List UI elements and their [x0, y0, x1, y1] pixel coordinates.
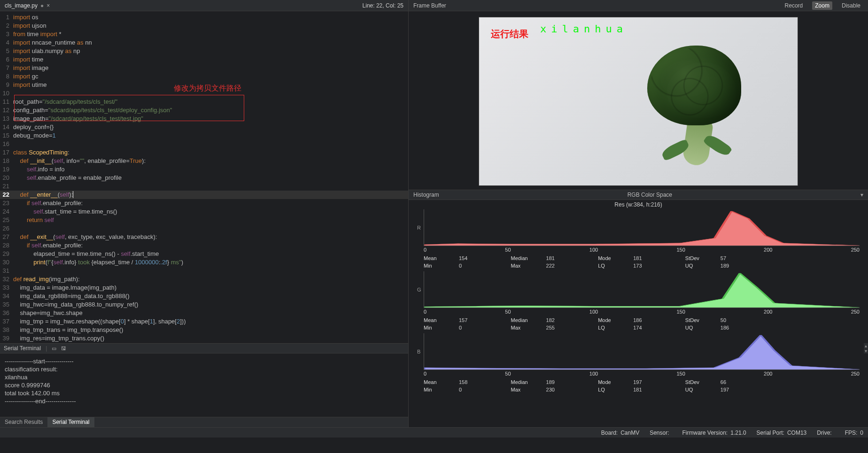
code-line[interactable]: 39 img_res=img_tmp_trans.copy(): [0, 334, 408, 343]
status-drive[interactable]: Drive:: [817, 430, 834, 436]
code-line[interactable]: 15debug_mode=1: [0, 131, 408, 140]
code-line[interactable]: 24 self.start_time = time.time_ns(): [0, 207, 408, 216]
resolution-label: Res (w:384, h:216): [409, 200, 868, 209]
code-line[interactable]: 33 img_data = image.Image(img_path): [0, 284, 408, 292]
status-bar: Board:CanMV Sensor: Firmware Version:1.2…: [0, 427, 868, 438]
code-line[interactable]: 29 elapsed_time = time.time_ns() - self.…: [0, 250, 408, 258]
code-line[interactable]: 31: [0, 267, 408, 275]
code-line[interactable]: 27 def __exit__(self, exc_type, exc_valu…: [0, 233, 408, 241]
status-fps: FPS:0: [845, 430, 863, 436]
overlay-class-label: xilanhua: [540, 23, 628, 35]
dropdown-icon[interactable]: ▾: [860, 192, 863, 198]
tab-serial-terminal[interactable]: Serial Terminal: [47, 417, 94, 427]
tab-search-results[interactable]: Search Results: [0, 417, 47, 427]
code-line[interactable]: 2import ujson: [0, 22, 408, 30]
code-line[interactable]: 35 img_hwc=img_data_rgb888.to_numpy_ref(…: [0, 300, 408, 309]
code-line[interactable]: 37 img_tmp = img_hwc.reshape((shape[0] *…: [0, 317, 408, 326]
bottom-tab-bar: Search Results Serial Terminal: [0, 417, 408, 427]
histogram-title: Histogram: [413, 192, 439, 198]
code-line[interactable]: 17class ScopedTiming:: [0, 148, 408, 157]
code-line[interactable]: 26: [0, 224, 408, 233]
status-serial-port[interactable]: Serial Port:COM13: [757, 430, 807, 436]
code-line[interactable]: 7import image: [0, 64, 408, 72]
code-line[interactable]: 13image_path="/sdcard/app/tests/cls_test…: [0, 115, 408, 123]
code-line[interactable]: 11root_path="/sdcard/app/tests/cls_test/…: [0, 98, 408, 106]
modified-dot-icon: ●: [40, 2, 44, 9]
divider: |: [46, 345, 47, 352]
code-line[interactable]: 1import os: [0, 13, 408, 22]
code-editor[interactable]: 修改为拷贝文件路径 1import os2import ujson3from t…: [0, 11, 408, 343]
code-line[interactable]: 25 return self: [0, 216, 408, 224]
frame-buffer-header: Frame Buffer Record Zoom Disable: [409, 0, 868, 11]
record-button[interactable]: Record: [782, 1, 806, 10]
code-line[interactable]: 18 def __init__(self, info="", enable_pr…: [0, 157, 408, 165]
layout-icon[interactable]: ▭: [52, 346, 56, 352]
code-line[interactable]: 8import gc: [0, 72, 408, 81]
code-line[interactable]: 5import ulab.numpy as np: [0, 47, 408, 55]
status-firmware[interactable]: Firmware Version:1.21.0: [682, 430, 746, 436]
close-tab-icon[interactable]: ×: [46, 2, 50, 9]
frame-buffer-title: Frame Buffer: [413, 2, 446, 9]
code-line[interactable]: 32def read_img(img_path):: [0, 275, 408, 284]
file-tab[interactable]: cls_image.py ● ×: [0, 1, 54, 10]
terminal-header: Serial Terminal | ▭ 🖫 ▴▾: [0, 343, 408, 353]
panel-collapse-icons[interactable]: ▴▾: [864, 343, 868, 353]
serial-terminal-output[interactable]: --------------start--------------classif…: [0, 353, 408, 417]
cursor-position: Line: 22, Col: 25: [358, 1, 408, 10]
code-line[interactable]: 12config_path="sdcard/app/tests/cls_test…: [0, 106, 408, 115]
terminal-title: Serial Terminal: [4, 345, 41, 352]
tab-filename: cls_image.py: [5, 2, 38, 9]
code-line[interactable]: 21: [0, 182, 408, 191]
save-icon[interactable]: 🖫: [61, 346, 66, 351]
frame-buffer-viewport[interactable]: 运行结果 xilanhua: [409, 11, 868, 190]
histogram-header: Histogram RGB Color Space ▾: [409, 190, 868, 200]
editor-tab-bar: cls_image.py ● × Line: 22, Col: 25: [0, 0, 408, 11]
histogram-channel-b: B050100150200250Mean158Median189Mode197S…: [409, 333, 868, 393]
code-line[interactable]: 30 print(f"{self.info} took {elapsed_tim…: [0, 258, 408, 267]
code-line[interactable]: 6import time: [0, 55, 408, 64]
code-line[interactable]: 16: [0, 140, 408, 148]
annotation-text: 修改为拷贝文件路径: [174, 84, 241, 92]
broccoli-image: [628, 36, 760, 168]
camera-frame: 运行结果 xilanhua: [479, 17, 798, 186]
code-line[interactable]: 14deploy_conf={}: [0, 123, 408, 131]
overlay-result-label: 运行结果: [491, 28, 528, 40]
code-line[interactable]: 38 img_tmp_trans = img_tmp.transpose(): [0, 326, 408, 334]
disable-button[interactable]: Disable: [839, 1, 863, 10]
status-sensor[interactable]: Sensor:: [650, 430, 672, 436]
histogram-channel-g: G050100150200250Mean157Median182Mode186S…: [409, 271, 868, 331]
code-line[interactable]: 34 img_data_rgb888=img_data.to_rgb888(): [0, 292, 408, 300]
code-line[interactable]: 19 self.info = info: [0, 165, 408, 174]
histogram-panel: R050100150200250Mean154Median181Mode181S…: [409, 209, 868, 427]
code-line[interactable]: 4import nncase_runtime as nn: [0, 38, 408, 47]
code-line[interactable]: 22 def __enter__(self):: [0, 191, 408, 199]
code-line[interactable]: 3from time import *: [0, 30, 408, 38]
code-line[interactable]: 40 img_return=img_res.reshape((shape[2],…: [0, 343, 408, 343]
code-line[interactable]: 23 if self.enable_profile:: [0, 199, 408, 207]
code-line[interactable]: 28 if self.enable_profile:: [0, 241, 408, 250]
color-space-label[interactable]: RGB Color Space: [439, 192, 860, 198]
zoom-button[interactable]: Zoom: [812, 1, 832, 10]
code-line[interactable]: 20 self.enable_profile = enable_profile: [0, 174, 408, 182]
histogram-channel-r: R050100150200250Mean154Median181Mode181S…: [409, 209, 868, 269]
code-line[interactable]: 36 shape=img_hwc.shape: [0, 309, 408, 317]
status-board[interactable]: Board:CanMV: [601, 430, 639, 436]
